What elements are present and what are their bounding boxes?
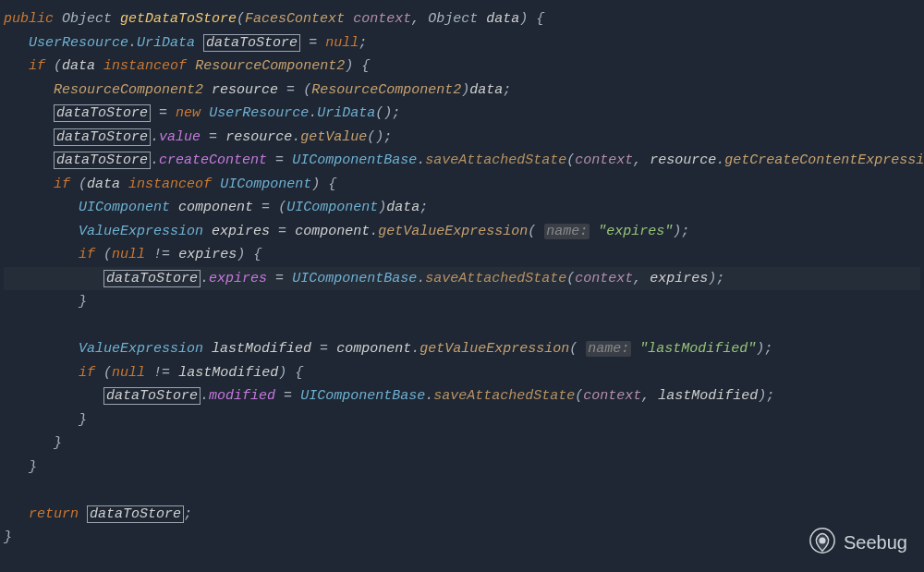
code-line: } xyxy=(4,412,87,428)
code-line: } xyxy=(4,294,87,310)
parameter-hint: name: xyxy=(586,341,631,357)
code-line: dataToStore.value = resource.getValue(); xyxy=(4,128,392,146)
code-line: ValueExpression expires = component.getV… xyxy=(4,224,689,239)
seebug-logo-icon xyxy=(808,527,836,559)
code-line: if (null != expires) { xyxy=(4,247,261,262)
code-line-current: dataToStore.expires = UIComponentBase.sa… xyxy=(4,267,920,291)
watermark: Seebug xyxy=(808,527,907,559)
code-line: } xyxy=(4,435,62,451)
highlighted-variable: dataToStore xyxy=(54,128,151,146)
code-line: ResourceComponent2 resource = (ResourceC… xyxy=(4,82,511,98)
parameter-hint: name: xyxy=(544,224,590,239)
highlighted-variable: dataToStore xyxy=(87,505,184,523)
code-line: ValueExpression lastModified = component… xyxy=(4,341,772,357)
code-line: dataToStore = new UserResource.UriData()… xyxy=(4,104,400,122)
svg-point-1 xyxy=(820,538,825,543)
code-line: dataToStore.modified = UIComponentBase.s… xyxy=(4,387,774,405)
code-line: UIComponent component = (UIComponent)dat… xyxy=(4,200,428,215)
highlighted-variable: dataToStore xyxy=(103,387,201,405)
watermark-text: Seebug xyxy=(844,532,907,554)
code-line: if (null != lastModified) { xyxy=(4,365,303,381)
code-line: if (data instanceof ResourceComponent2) … xyxy=(4,58,370,74)
code-line: if (data instanceof UIComponent) { xyxy=(4,176,336,192)
code-line: } xyxy=(4,529,12,545)
code-line: return dataToStore; xyxy=(4,505,192,523)
code-line: dataToStore.createContent = UIComponentB… xyxy=(4,152,924,169)
highlighted-variable: dataToStore xyxy=(54,104,151,122)
code-line: UserResource.UriData dataToStore = null; xyxy=(4,34,367,52)
code-line: public Object getDataToStore(FacesContex… xyxy=(4,11,544,27)
code-editor[interactable]: public Object getDataToStore(FacesContex… xyxy=(0,0,924,557)
highlighted-variable: dataToStore xyxy=(203,34,300,52)
code-line: } xyxy=(4,459,37,475)
highlighted-variable: dataToStore xyxy=(54,152,151,169)
highlighted-variable: dataToStore xyxy=(103,270,201,287)
